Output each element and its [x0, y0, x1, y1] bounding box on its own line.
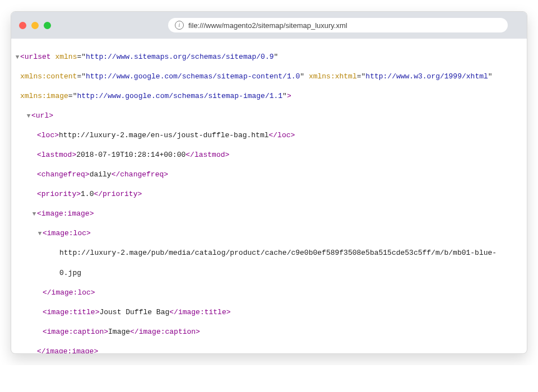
- browser-window: i file:///www/magento2/sitemap/sitemap_l…: [11, 11, 527, 354]
- minimize-icon[interactable]: [31, 22, 39, 29]
- maximize-icon[interactable]: [44, 22, 51, 29]
- browser-chrome: i file:///www/magento2/sitemap/sitemap_l…: [11, 12, 527, 39]
- url-bar[interactable]: i file:///www/magento2/sitemap/sitemap_l…: [168, 18, 508, 32]
- close-icon[interactable]: [19, 22, 26, 29]
- url-text: file:///www/magento2/sitemap/sitemap_lux…: [188, 21, 347, 30]
- info-icon: i: [175, 21, 184, 30]
- xml-content: ▼<urlset xmlns="http://www.sitemaps.org/…: [11, 39, 527, 353]
